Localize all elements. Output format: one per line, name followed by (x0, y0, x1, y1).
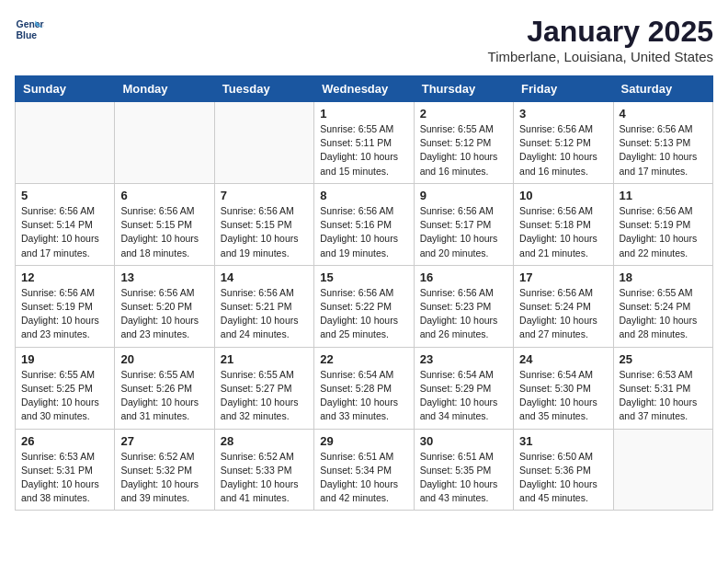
day-info: Sunrise: 6:53 AM Sunset: 5:31 PM Dayligh… (21, 450, 108, 506)
calendar-cell: 24Sunrise: 6:54 AM Sunset: 5:30 PM Dayli… (514, 347, 613, 429)
weekday-header-saturday: Saturday (613, 76, 712, 102)
calendar-cell: 17Sunrise: 6:56 AM Sunset: 5:24 PM Dayli… (514, 265, 613, 347)
week-row-0: 1Sunrise: 6:55 AM Sunset: 5:11 PM Daylig… (16, 102, 713, 184)
calendar-cell: 11Sunrise: 6:56 AM Sunset: 5:19 PM Dayli… (613, 183, 712, 265)
day-info: Sunrise: 6:56 AM Sunset: 5:16 PM Dayligh… (320, 204, 407, 260)
day-number: 1 (320, 107, 407, 121)
day-number: 22 (320, 352, 407, 366)
weekday-header-friday: Friday (514, 76, 613, 102)
day-info: Sunrise: 6:56 AM Sunset: 5:18 PM Dayligh… (519, 204, 607, 260)
day-info: Sunrise: 6:50 AM Sunset: 5:36 PM Dayligh… (519, 450, 607, 506)
day-info: Sunrise: 6:56 AM Sunset: 5:15 PM Dayligh… (120, 204, 208, 260)
day-info: Sunrise: 6:52 AM Sunset: 5:33 PM Dayligh… (221, 450, 308, 506)
calendar-table: SundayMondayTuesdayWednesdayThursdayFrid… (15, 75, 713, 511)
calendar-cell: 31Sunrise: 6:50 AM Sunset: 5:36 PM Dayli… (514, 429, 613, 511)
day-number: 7 (221, 189, 308, 202)
svg-text:General: General (17, 19, 44, 29)
day-info: Sunrise: 6:56 AM Sunset: 5:13 PM Dayligh… (620, 122, 707, 178)
day-number: 27 (120, 434, 208, 448)
day-info: Sunrise: 6:56 AM Sunset: 5:20 PM Dayligh… (120, 286, 208, 342)
week-row-3: 19Sunrise: 6:55 AM Sunset: 5:25 PM Dayli… (16, 347, 713, 429)
calendar-cell: 19Sunrise: 6:55 AM Sunset: 5:25 PM Dayli… (16, 347, 115, 429)
location-title: Timberlane, Louisiana, United States (488, 49, 713, 64)
calendar-cell: 16Sunrise: 6:56 AM Sunset: 5:23 PM Dayli… (414, 265, 513, 347)
day-number: 14 (221, 270, 308, 284)
day-number: 20 (120, 352, 208, 366)
day-info: Sunrise: 6:55 AM Sunset: 5:11 PM Dayligh… (320, 122, 407, 178)
day-info: Sunrise: 6:56 AM Sunset: 5:12 PM Dayligh… (519, 122, 607, 178)
day-info: Sunrise: 6:56 AM Sunset: 5:19 PM Dayligh… (620, 204, 707, 260)
calendar-cell: 8Sunrise: 6:56 AM Sunset: 5:16 PM Daylig… (314, 183, 414, 265)
day-info: Sunrise: 6:55 AM Sunset: 5:12 PM Dayligh… (420, 122, 507, 178)
day-info: Sunrise: 6:56 AM Sunset: 5:14 PM Dayligh… (21, 204, 108, 260)
calendar-cell: 29Sunrise: 6:51 AM Sunset: 5:34 PM Dayli… (314, 429, 414, 511)
logo: General Blue (15, 15, 44, 44)
day-number: 9 (420, 189, 507, 202)
day-info: Sunrise: 6:54 AM Sunset: 5:30 PM Dayligh… (519, 368, 607, 424)
day-number: 13 (120, 270, 208, 284)
day-info: Sunrise: 6:55 AM Sunset: 5:25 PM Dayligh… (21, 368, 108, 424)
day-number: 5 (21, 189, 108, 202)
day-info: Sunrise: 6:55 AM Sunset: 5:27 PM Dayligh… (221, 368, 308, 424)
calendar-cell (16, 102, 115, 184)
day-number: 24 (519, 352, 607, 366)
weekday-header-tuesday: Tuesday (214, 76, 313, 102)
day-number: 30 (420, 434, 507, 448)
calendar-cell: 3Sunrise: 6:56 AM Sunset: 5:12 PM Daylig… (514, 102, 613, 184)
day-number: 10 (519, 189, 607, 202)
calendar-cell: 5Sunrise: 6:56 AM Sunset: 5:14 PM Daylig… (16, 183, 115, 265)
svg-text:Blue: Blue (17, 30, 38, 40)
day-number: 29 (320, 434, 407, 448)
day-info: Sunrise: 6:56 AM Sunset: 5:19 PM Dayligh… (21, 286, 108, 342)
page-header: General Blue January 2025 Timberlane, Lo… (15, 15, 713, 64)
calendar-cell: 25Sunrise: 6:53 AM Sunset: 5:31 PM Dayli… (613, 347, 712, 429)
day-number: 3 (519, 107, 607, 121)
day-info: Sunrise: 6:55 AM Sunset: 5:26 PM Dayligh… (120, 368, 208, 424)
day-number: 6 (120, 189, 208, 202)
weekday-header-row: SundayMondayTuesdayWednesdayThursdayFrid… (16, 76, 713, 102)
calendar-cell: 12Sunrise: 6:56 AM Sunset: 5:19 PM Dayli… (16, 265, 115, 347)
calendar-cell (214, 102, 313, 184)
weekday-header-sunday: Sunday (16, 76, 115, 102)
day-number: 31 (519, 434, 607, 448)
day-number: 18 (620, 270, 707, 284)
weekday-header-wednesday: Wednesday (314, 76, 414, 102)
calendar-cell: 2Sunrise: 6:55 AM Sunset: 5:12 PM Daylig… (414, 102, 513, 184)
calendar-cell: 26Sunrise: 6:53 AM Sunset: 5:31 PM Dayli… (16, 429, 115, 511)
calendar-cell: 10Sunrise: 6:56 AM Sunset: 5:18 PM Dayli… (514, 183, 613, 265)
day-number: 8 (320, 189, 407, 202)
day-info: Sunrise: 6:54 AM Sunset: 5:28 PM Dayligh… (320, 368, 407, 424)
calendar-cell: 15Sunrise: 6:56 AM Sunset: 5:22 PM Dayli… (314, 265, 414, 347)
weekday-header-thursday: Thursday (414, 76, 513, 102)
calendar-cell: 7Sunrise: 6:56 AM Sunset: 5:15 PM Daylig… (214, 183, 313, 265)
day-number: 23 (420, 352, 507, 366)
calendar-cell (613, 429, 712, 511)
calendar-cell: 6Sunrise: 6:56 AM Sunset: 5:15 PM Daylig… (115, 183, 214, 265)
day-number: 12 (21, 270, 108, 284)
day-info: Sunrise: 6:56 AM Sunset: 5:15 PM Dayligh… (221, 204, 308, 260)
week-row-1: 5Sunrise: 6:56 AM Sunset: 5:14 PM Daylig… (16, 183, 713, 265)
calendar-cell: 28Sunrise: 6:52 AM Sunset: 5:33 PM Dayli… (214, 429, 313, 511)
day-number: 25 (620, 352, 707, 366)
title-block: January 2025 Timberlane, Louisiana, Unit… (488, 15, 713, 64)
day-number: 4 (620, 107, 707, 121)
day-info: Sunrise: 6:56 AM Sunset: 5:24 PM Dayligh… (519, 286, 607, 342)
calendar-cell (115, 102, 214, 184)
day-number: 17 (519, 270, 607, 284)
day-info: Sunrise: 6:55 AM Sunset: 5:24 PM Dayligh… (620, 286, 707, 342)
day-number: 19 (21, 352, 108, 366)
day-number: 28 (221, 434, 308, 448)
day-info: Sunrise: 6:56 AM Sunset: 5:23 PM Dayligh… (420, 286, 507, 342)
calendar-cell: 23Sunrise: 6:54 AM Sunset: 5:29 PM Dayli… (414, 347, 513, 429)
day-number: 11 (620, 189, 707, 202)
logo-icon: General Blue (15, 15, 44, 44)
month-title: January 2025 (488, 15, 713, 49)
day-number: 15 (320, 270, 407, 284)
day-info: Sunrise: 6:53 AM Sunset: 5:31 PM Dayligh… (620, 368, 707, 424)
calendar-cell: 21Sunrise: 6:55 AM Sunset: 5:27 PM Dayli… (214, 347, 313, 429)
day-info: Sunrise: 6:54 AM Sunset: 5:29 PM Dayligh… (420, 368, 507, 424)
day-info: Sunrise: 6:56 AM Sunset: 5:22 PM Dayligh… (320, 286, 407, 342)
day-number: 21 (221, 352, 308, 366)
day-number: 16 (420, 270, 507, 284)
day-number: 2 (420, 107, 507, 121)
